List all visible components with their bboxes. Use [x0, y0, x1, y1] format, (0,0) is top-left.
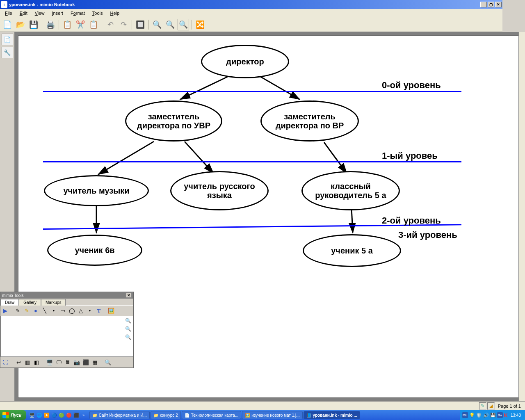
window-title: уровани.ink - mimio Notebook: [9, 2, 480, 7]
svg-line-3: [98, 142, 154, 174]
separator: [59, 20, 59, 30]
menu-format[interactable]: Format: [67, 10, 88, 16]
zoom-out-icon[interactable]: 🔍: [164, 19, 176, 30]
cut-icon[interactable]: ✂️: [75, 19, 86, 30]
draw-tools-row: ▶ ✎ ✎ ● ╲ ▾ ▭ ◯ △ ▾ T 🖼️: [0, 305, 133, 316]
undo2-icon[interactable]: ↩: [14, 358, 23, 367]
menu-edit[interactable]: Edit: [16, 10, 31, 16]
clear-icon[interactable]: ▥: [23, 358, 32, 367]
zoom-reset-small-icon[interactable]: 🔍: [125, 334, 131, 340]
spotlight-icon[interactable]: 🔲: [135, 19, 146, 30]
copy-icon[interactable]: 📋: [62, 19, 73, 30]
circle-fill-icon[interactable]: ●: [32, 307, 40, 315]
print-icon[interactable]: 🖨️: [45, 19, 56, 30]
zoom-out-small-icon[interactable]: 🔍: [125, 326, 131, 332]
node-music-teacher[interactable]: учитель музыки: [44, 175, 149, 206]
svg-line-7: [352, 208, 353, 233]
panel-thumb-1[interactable]: 📄: [2, 34, 13, 45]
ellipse-tool-icon[interactable]: ◯: [68, 307, 76, 315]
level-1-line: [43, 161, 461, 162]
titlebar: i уровани.ink - mimio Notebook _ ▢ ✕: [0, 0, 502, 9]
tab-gallery[interactable]: Gallery: [19, 299, 41, 306]
node-deputy-uvr[interactable]: заместитель директора по УВР: [125, 100, 222, 142]
save-icon[interactable]: 💾: [28, 19, 39, 30]
fullscreen-icon[interactable]: ⛶: [1, 358, 9, 367]
window-controls: _ ▢ ✕: [480, 2, 502, 7]
node-student-5a[interactable]: ученик 5 а: [303, 234, 401, 267]
paste-icon[interactable]: 📋: [88, 19, 99, 30]
calc-icon[interactable]: 🖩: [64, 358, 72, 367]
color-area[interactable]: 🔍 🔍 🔍: [0, 316, 133, 357]
separator: [102, 20, 102, 30]
mimio-tabs: Draw Gallery Markups: [0, 299, 133, 305]
slide-icon[interactable]: 🖵: [55, 358, 63, 367]
select-tool-icon[interactable]: ▶: [1, 307, 9, 315]
mimio-tools-title: mimio Tools: [2, 293, 24, 298]
separator: [148, 20, 149, 30]
status-tool-icon[interactable]: ◢: [487, 402, 495, 410]
pen-tool-icon[interactable]: ✎: [14, 307, 22, 315]
mimio-bottom-row: ⛶ ↩ ▥ ◧ 🖥️ 🖵 🖩 📷 ⬛ ▦ 🔍: [0, 357, 133, 368]
zoom-in-small-icon[interactable]: 🔍: [125, 318, 131, 324]
menu-view[interactable]: View: [32, 10, 48, 16]
status-pen-icon[interactable]: ✎: [479, 402, 486, 410]
open-icon[interactable]: 📂: [15, 19, 26, 30]
undo-icon[interactable]: ↶: [105, 19, 116, 30]
main-toolbar: 📄 📂 💾 🖨️ 📋 ✂️ 📋 ↶ ↷ 🔲 🔍 🔍 🔍 🔀: [0, 17, 502, 32]
separator: [192, 20, 192, 30]
text-tool-icon[interactable]: T: [95, 307, 103, 315]
menubar: File Edit View Insert Format Tools Help: [0, 9, 502, 17]
dropdown-icon[interactable]: ▾: [50, 307, 58, 315]
triangle-tool-icon[interactable]: △: [77, 307, 85, 315]
line-tool-icon[interactable]: ╲: [41, 307, 49, 315]
fullscreen-icon[interactable]: 🔀: [194, 19, 206, 30]
tools2-icon[interactable]: ▦: [91, 358, 99, 367]
zoom-fit-icon[interactable]: 🔍: [178, 19, 189, 30]
import-tool-icon[interactable]: 🖼️: [107, 307, 115, 315]
mimio-tools-close-icon[interactable]: ✕: [126, 293, 132, 298]
tab-markups[interactable]: Markups: [41, 299, 66, 306]
level-3-label: 3-ий уровень: [398, 230, 457, 240]
highlight-tool-icon[interactable]: ✎: [23, 307, 31, 315]
node-rus-teacher[interactable]: учитель русского языка: [170, 171, 269, 210]
level-0-line: [43, 91, 461, 92]
node-director[interactable]: директор: [201, 45, 289, 78]
webcam-icon[interactable]: 📷: [73, 358, 81, 367]
level-1-label: 1-ый уровеь: [382, 151, 438, 161]
node-student-6v[interactable]: ученик 6в: [47, 235, 142, 266]
separator: [132, 20, 132, 30]
new-icon[interactable]: 📄: [2, 19, 13, 30]
svg-line-5: [324, 142, 347, 173]
app-icon: i: [1, 1, 7, 8]
level-2-label: 2-ой уровень: [382, 215, 441, 226]
eraser-icon[interactable]: ◧: [32, 358, 41, 367]
status-page: Page 1 of 1: [495, 404, 502, 409]
svg-line-4: [185, 142, 213, 173]
zoom-in-icon[interactable]: 🔍: [151, 19, 163, 30]
magnify-icon[interactable]: 🔍: [104, 358, 112, 367]
menu-file[interactable]: File: [2, 10, 16, 16]
zoom-tools: 🔍 🔍 🔍: [125, 318, 131, 340]
mimio-tools-panel[interactable]: mimio Tools ✕ Draw Gallery Markups ▶ ✎ ✎…: [0, 292, 134, 368]
screen-icon[interactable]: 🖥️: [46, 358, 54, 367]
rect-tool-icon[interactable]: ▭: [59, 307, 67, 315]
dropdown-icon[interactable]: ▾: [86, 307, 94, 315]
menu-tools[interactable]: Tools: [89, 10, 106, 16]
minimize-button[interactable]: _: [480, 2, 487, 7]
redo-icon[interactable]: ↷: [118, 19, 129, 30]
menu-help[interactable]: Help: [107, 10, 123, 16]
statusbar: ✎ ◢ Page 1 of 1: [0, 401, 502, 410]
svg-line-1: [180, 77, 228, 99]
mimio-tools-header[interactable]: mimio Tools ✕: [0, 292, 133, 299]
record-icon[interactable]: ⬛: [82, 358, 90, 367]
node-class-head[interactable]: классный руководитель 5 а: [301, 171, 400, 210]
menu-insert[interactable]: Insert: [48, 10, 66, 16]
tab-draw[interactable]: Draw: [0, 299, 19, 306]
close-button[interactable]: ✕: [495, 2, 502, 7]
level-0-label: 0-ой уровень: [382, 80, 441, 91]
separator: [42, 20, 42, 30]
maximize-button[interactable]: ▢: [488, 2, 494, 7]
node-deputy-vr[interactable]: заместитель директора по ВР: [260, 100, 359, 142]
svg-line-2: [260, 77, 299, 99]
panel-thumb-2[interactable]: 🔧: [2, 47, 13, 58]
